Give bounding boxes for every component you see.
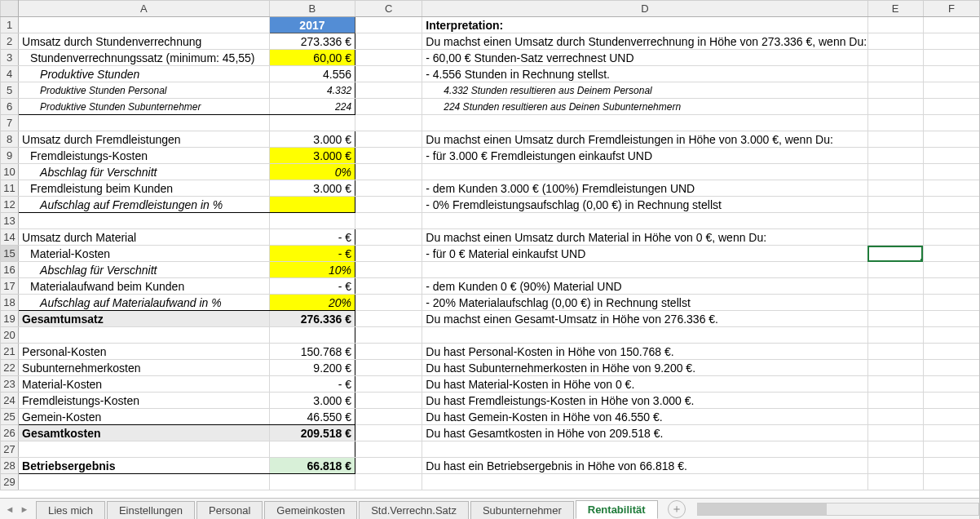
cell[interactable] — [923, 474, 979, 490]
cell[interactable]: 10% — [269, 262, 355, 278]
cell[interactable] — [867, 229, 923, 246]
cell[interactable] — [355, 33, 422, 50]
cell[interactable] — [923, 409, 979, 425]
cell[interactable] — [923, 376, 979, 393]
cell[interactable]: 0% — [269, 164, 355, 180]
tab-nav-arrows[interactable]: ◄ ► — [3, 503, 31, 516]
cell[interactable]: Du hast Subunternehmerkosten in Höhe von… — [422, 360, 867, 376]
cell[interactable] — [269, 115, 355, 131]
cell[interactable]: Abschlag für Verschnitt — [19, 262, 270, 278]
cell[interactable] — [923, 246, 979, 262]
cell[interactable] — [867, 441, 923, 458]
cell[interactable] — [923, 213, 979, 229]
new-sheet-button[interactable]: ＋ — [668, 500, 686, 518]
cell[interactable]: Gesamtumsatz — [19, 311, 270, 327]
cell[interactable] — [355, 474, 422, 490]
cell[interactable] — [923, 425, 979, 441]
cell[interactable]: 3.000 € — [269, 148, 355, 164]
cell[interactable] — [355, 409, 422, 425]
cell[interactable]: Material-Kosten — [19, 376, 270, 393]
cell[interactable]: Du hast Material-Kosten in Höhe von 0 €. — [422, 376, 867, 393]
row-header[interactable]: 20 — [1, 327, 19, 344]
cell[interactable] — [867, 360, 923, 376]
cell[interactable]: - 20% Materialaufschlag (0,00 €) in Rech… — [422, 295, 867, 311]
cell[interactable] — [355, 213, 422, 229]
row-header[interactable]: 8 — [1, 131, 19, 148]
cell[interactable] — [867, 50, 923, 66]
col-header-d[interactable]: D — [422, 1, 867, 17]
col-header-e[interactable]: E — [867, 1, 923, 17]
cell[interactable]: 3.000 € — [269, 131, 355, 148]
cell[interactable] — [19, 115, 270, 131]
cell[interactable] — [867, 197, 923, 213]
cell[interactable] — [355, 246, 422, 262]
cell[interactable] — [923, 229, 979, 246]
cell[interactable] — [867, 458, 923, 474]
cell[interactable] — [867, 474, 923, 490]
cell[interactable] — [355, 50, 422, 66]
cell[interactable]: Fremdleistung beim Kunden — [19, 180, 270, 197]
col-header-c[interactable]: C — [355, 1, 422, 17]
cell[interactable] — [19, 213, 270, 229]
cell[interactable] — [355, 131, 422, 148]
cell[interactable] — [923, 311, 979, 327]
cell[interactable] — [355, 425, 422, 441]
cell[interactable]: Umsatz durch Stundenverrechnung — [19, 33, 270, 50]
cell[interactable]: Fremdleistungs-Kosten — [19, 393, 270, 409]
cell[interactable]: 4.332 Stunden resultieren aus Deinem Per… — [422, 82, 867, 99]
row-header[interactable]: 13 — [1, 213, 19, 229]
col-header-a[interactable]: A — [19, 1, 270, 17]
cell[interactable] — [355, 458, 422, 474]
cell[interactable]: Du hast ein Betriebsergebnis in Höhe von… — [422, 458, 867, 474]
row-header[interactable]: 16 — [1, 262, 19, 278]
cell[interactable] — [923, 197, 979, 213]
row-header[interactable]: 24 — [1, 393, 19, 409]
cell[interactable] — [867, 148, 923, 164]
row-header[interactable]: 1 — [1, 17, 19, 33]
cell[interactable]: Aufschlag auf Fremdleistungen in % — [19, 197, 270, 213]
row-header[interactable]: 6 — [1, 99, 19, 115]
row-header[interactable]: 19 — [1, 311, 19, 327]
row-header[interactable]: 9 — [1, 148, 19, 164]
row-header[interactable]: 25 — [1, 409, 19, 425]
cell[interactable] — [355, 17, 422, 33]
cell[interactable] — [867, 376, 923, 393]
cell[interactable] — [19, 327, 270, 344]
row-header[interactable]: 4 — [1, 66, 19, 82]
row-header[interactable]: 14 — [1, 229, 19, 246]
cell[interactable] — [923, 131, 979, 148]
col-header-f[interactable]: F — [923, 1, 979, 17]
cell[interactable]: Subunternehmerkosten — [19, 360, 270, 376]
row-header[interactable]: 12 — [1, 197, 19, 213]
cell[interactable] — [19, 441, 270, 458]
cell[interactable]: Materialaufwand beim Kunden — [19, 278, 270, 295]
cell[interactable] — [355, 327, 422, 344]
cell[interactable] — [355, 393, 422, 409]
cell[interactable]: - für 3.000 € Fremdleistungen einkaufst … — [422, 148, 867, 164]
cell[interactable]: 4.556 — [269, 66, 355, 82]
cell[interactable]: 150.768 € — [269, 344, 355, 360]
cell[interactable] — [867, 262, 923, 278]
cell[interactable]: Du hast Fremdleistungs-Kosten in Höhe vo… — [422, 393, 867, 409]
cell[interactable]: Fremdleistungs-Kosten — [19, 148, 270, 164]
cell[interactable]: 224 Stunden resultieren aus Deinen Subun… — [422, 99, 867, 115]
cell[interactable] — [422, 115, 867, 131]
cell[interactable] — [867, 311, 923, 327]
cell[interactable] — [355, 311, 422, 327]
grid-area[interactable]: A B C D E F 1 2017 Interpretation: 2 Ums… — [0, 0, 979, 498]
cell[interactable] — [422, 164, 867, 180]
cell[interactable]: 273.336 € — [269, 33, 355, 50]
row-header[interactable]: 5 — [1, 82, 19, 99]
cell[interactable] — [355, 360, 422, 376]
cell[interactable]: 60,00 € — [269, 50, 355, 66]
cell[interactable]: 224 — [269, 99, 355, 115]
cell[interactable] — [923, 278, 979, 295]
cell[interactable] — [355, 115, 422, 131]
cell[interactable] — [355, 164, 422, 180]
cell[interactable] — [867, 393, 923, 409]
cell[interactable] — [867, 33, 923, 50]
cell[interactable] — [923, 327, 979, 344]
cell[interactable] — [867, 99, 923, 115]
cell[interactable]: Du machst einen Umsatz durch Fremdleistu… — [422, 131, 867, 148]
cell[interactable]: Gesamtkosten — [19, 425, 270, 441]
